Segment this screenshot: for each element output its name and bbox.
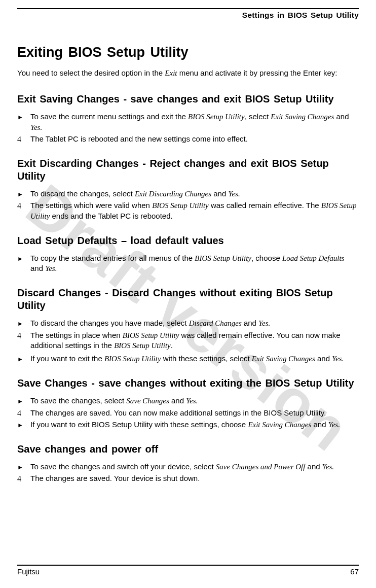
- section-save-poweroff: Save changes and power off To save the c…: [17, 443, 359, 484]
- step-item: To copy the standard entries for all men…: [17, 253, 359, 274]
- text: with these settings, select: [161, 354, 252, 363]
- step-item: If you want to exit the BIOS Setup Utili…: [17, 354, 359, 364]
- text: and: [311, 420, 328, 429]
- text: , select: [245, 112, 271, 121]
- text-italic: Yes.: [322, 463, 334, 471]
- text: The settings in place when: [30, 331, 123, 339]
- text: menu and activate it by pressing the Ent…: [177, 68, 337, 77]
- text: and: [315, 354, 332, 363]
- section-title: Save Changes - save changes without exit…: [17, 377, 359, 390]
- text-italic: Discard Changes: [189, 319, 242, 327]
- text: To copy the standard entries for all men…: [30, 254, 195, 262]
- text-italic: Exit Saving Changes: [252, 355, 315, 363]
- text-italic: Save Changes and Power Off: [216, 463, 306, 471]
- text: .: [171, 341, 173, 350]
- result-icon: [17, 408, 27, 419]
- section-exit-saving: Exit Saving Changes - save changes and e…: [17, 93, 359, 144]
- section-title: Exit Discarding Changes - Reject changes…: [17, 157, 359, 183]
- step-item: To save the current menu settings and ex…: [17, 112, 359, 132]
- section-title: Save changes and power off: [17, 443, 359, 456]
- text: , choose: [251, 254, 282, 262]
- arrow-icon: [17, 462, 27, 472]
- text: The changes are saved. You can now make …: [30, 408, 326, 417]
- text-italic: Load Setup Defaults: [282, 254, 345, 262]
- text: The changes are saved. Your device is sh…: [30, 474, 200, 482]
- text-italic: Yes.: [258, 319, 270, 327]
- section-title: Exit Saving Changes - save changes and e…: [17, 93, 359, 106]
- text-italic: BIOS Setup Utility: [114, 341, 171, 350]
- text-italic: Yes.: [30, 123, 42, 131]
- result-icon: [17, 134, 27, 145]
- text-italic: Yes.: [45, 264, 57, 272]
- page-footer: Fujitsu 67: [17, 565, 359, 577]
- page-title: Exiting BIOS Setup Utility: [17, 44, 359, 61]
- text-italic: Yes.: [228, 190, 240, 198]
- result-item: The settings in place when BIOS Setup Ut…: [17, 330, 359, 351]
- text-italic: Exit Saving Changes: [248, 421, 311, 429]
- step-item: If you want to exit BIOS Setup Utility w…: [17, 420, 359, 430]
- text: and: [30, 264, 45, 272]
- result-icon: [17, 473, 27, 485]
- text-italic: Exit Discarding Changes: [135, 190, 211, 198]
- result-item: The Tablet PC is rebooted and the new se…: [17, 134, 359, 144]
- text: was called remain effective. The: [209, 201, 321, 210]
- step-item: To discard the changes, select Exit Disc…: [17, 189, 359, 199]
- text-italic: Exit Saving Changes: [271, 113, 334, 121]
- text: ends and the Tablet PC is rebooted.: [50, 212, 172, 220]
- step-item: To discard the changes you have made, se…: [17, 318, 359, 328]
- footer-left: Fujitsu: [17, 567, 40, 577]
- text: To save the current menu settings and ex…: [30, 112, 188, 121]
- section-load-defaults: Load Setup Defaults – load default value…: [17, 234, 359, 274]
- text: The Tablet PC is rebooted and the new se…: [30, 134, 248, 143]
- arrow-icon: [17, 396, 27, 406]
- section-save-changes: Save Changes - save changes without exit…: [17, 377, 359, 430]
- text-italic: Yes.: [332, 355, 344, 363]
- text: and: [334, 112, 349, 121]
- arrow-icon: [17, 189, 27, 199]
- result-item: The changes are saved. You can now make …: [17, 408, 359, 418]
- arrow-icon: [17, 318, 27, 328]
- text: and: [305, 462, 322, 471]
- result-icon: [17, 200, 27, 212]
- result-item: The settings which were valid when BIOS …: [17, 200, 359, 221]
- text: To save the changes and switch off your …: [30, 462, 216, 471]
- result-icon: [17, 330, 27, 341]
- footer-page-number: 67: [350, 567, 359, 577]
- running-header: Settings in BIOS Setup Utility: [17, 8, 359, 20]
- text: To save the changes, select: [30, 396, 126, 405]
- arrow-icon: [17, 253, 27, 263]
- text-italic: BIOS Setup Utility: [188, 113, 245, 121]
- text-italic: Yes.: [328, 421, 340, 429]
- text: and: [169, 396, 186, 405]
- section-title: Load Setup Defaults – load default value…: [17, 234, 359, 247]
- text-italic: Yes.: [186, 397, 198, 405]
- text: The settings which were valid when: [30, 201, 152, 210]
- intro-paragraph: You need to select the desired option in…: [17, 68, 359, 78]
- text: If you want to exit BIOS Setup Utility w…: [30, 420, 248, 429]
- text-italic: BIOS Setup Utility: [123, 331, 179, 339]
- section-exit-discarding: Exit Discarding Changes - Reject changes…: [17, 157, 359, 221]
- text-italic: BIOS Setup Utility: [195, 254, 251, 262]
- text: To discard the changes, select: [30, 189, 135, 198]
- arrow-icon: [17, 420, 27, 430]
- text: and: [242, 319, 258, 327]
- text-italic: Exit: [165, 69, 177, 77]
- text-italic: BIOS Setup Utility: [104, 355, 161, 363]
- result-item: The changes are saved. Your device is sh…: [17, 473, 359, 483]
- text: If you want to exit the: [30, 354, 104, 363]
- text: You need to select the desired option in…: [17, 68, 165, 77]
- step-item: To save the changes and switch off your …: [17, 462, 359, 472]
- text-italic: BIOS Setup Utility: [152, 201, 209, 210]
- arrow-icon: [17, 112, 27, 122]
- text: To discard the changes you have made, se…: [30, 319, 189, 327]
- text: and: [211, 189, 228, 198]
- text-italic: Save Changes: [126, 397, 169, 405]
- arrow-icon: [17, 354, 27, 364]
- section-discard-changes: Discard Changes - Discard Changes withou…: [17, 287, 359, 364]
- step-item: To save the changes, select Save Changes…: [17, 396, 359, 406]
- section-title: Discard Changes - Discard Changes withou…: [17, 287, 359, 312]
